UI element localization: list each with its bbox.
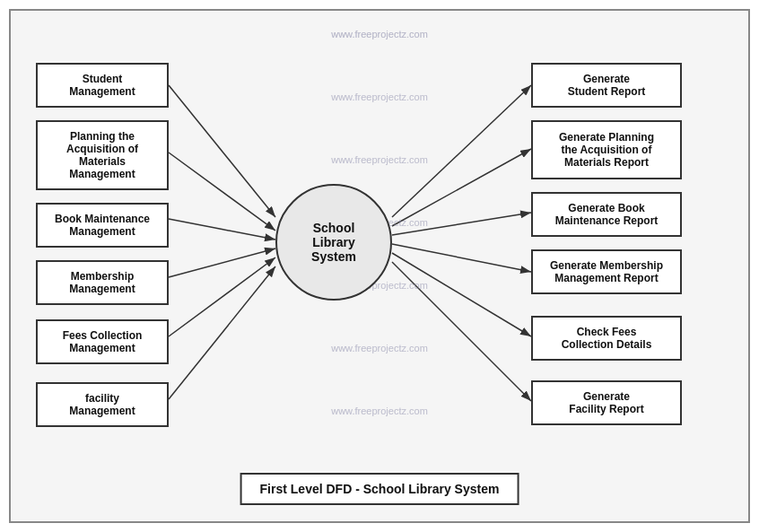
footer-text: First Level DFD - School Library System: [260, 482, 500, 496]
fees-collection-box: Fees CollectionManagement: [36, 319, 169, 364]
gen-book-report-box: Generate BookMaintenance Report: [531, 192, 682, 237]
svg-line-3: [169, 219, 275, 240]
svg-line-4: [169, 249, 275, 277]
book-maintenance-box: Book MaintenanceManagement: [36, 203, 169, 248]
svg-line-10: [392, 244, 531, 272]
gen-membership-report-label: Generate MembershipManagement Report: [550, 259, 663, 284]
planning-acquisition-label: Planning theAcquisition ofMaterialsManag…: [66, 130, 138, 180]
membership-management-box: MembershipManagement: [36, 260, 169, 305]
facility-management-label: facilityManagement: [69, 392, 135, 417]
student-management-label: StudentManagement: [69, 73, 135, 98]
gen-facility-report-box: GenerateFacility Report: [531, 380, 682, 425]
gen-facility-report-label: GenerateFacility Report: [569, 390, 643, 415]
center-circle: SchoolLibrarySystem: [275, 184, 392, 301]
svg-line-7: [392, 85, 531, 217]
fees-collection-label: Fees CollectionManagement: [63, 329, 143, 354]
svg-line-8: [392, 149, 531, 226]
svg-line-5: [169, 257, 275, 336]
check-fees-box: Check FeesCollection Details: [531, 316, 682, 361]
svg-line-12: [392, 262, 531, 401]
book-maintenance-label: Book MaintenanceManagement: [55, 213, 150, 238]
svg-line-11: [392, 253, 531, 336]
svg-line-9: [392, 213, 531, 235]
membership-management-label: MembershipManagement: [69, 270, 135, 295]
svg-line-2: [169, 153, 275, 231]
gen-student-report-box: GenerateStudent Report: [531, 63, 682, 108]
gen-student-report-label: GenerateStudent Report: [568, 73, 646, 98]
svg-line-1: [169, 85, 275, 217]
gen-book-report-label: Generate BookMaintenance Report: [555, 202, 659, 227]
facility-management-box: facilityManagement: [36, 382, 169, 427]
footer-label: First Level DFD - School Library System: [240, 473, 519, 505]
center-label: SchoolLibrarySystem: [311, 221, 356, 264]
diagram-container: www.freeprojectz.com www.freeprojectz.co…: [9, 9, 750, 523]
check-fees-label: Check FeesCollection Details: [562, 326, 652, 351]
gen-planning-report-box: Generate Planningthe Acquisition ofMater…: [531, 120, 682, 179]
svg-line-6: [169, 266, 275, 399]
student-management-box: StudentManagement: [36, 63, 169, 108]
gen-planning-report-label: Generate Planningthe Acquisition ofMater…: [559, 131, 654, 169]
planning-acquisition-box: Planning theAcquisition ofMaterialsManag…: [36, 120, 169, 190]
gen-membership-report-box: Generate MembershipManagement Report: [531, 249, 682, 294]
